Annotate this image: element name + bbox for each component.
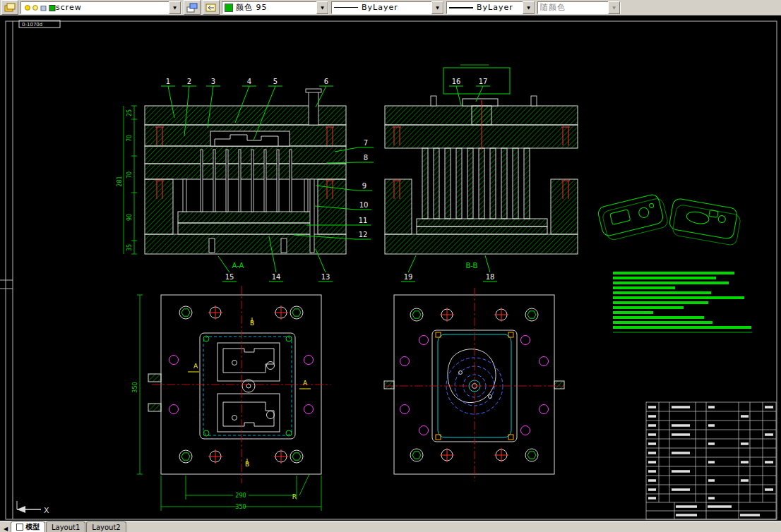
iso-part-1 [597, 193, 669, 242]
model-tab-icon [16, 524, 23, 531]
svg-text:18: 18 [486, 273, 495, 281]
section-marker-a-right: A [303, 380, 308, 387]
svg-text:3: 3 [211, 78, 215, 85]
balloon-17: 17 [476, 78, 490, 102]
plan-view-left: A A B B R 350 290 350 [132, 286, 330, 511]
dim-plan-height: 350 [132, 382, 138, 392]
section-marker-b-bottom: B [245, 461, 249, 468]
sheet-frame: 0-1070d [0, 20, 777, 519]
linetype-glyph [334, 7, 358, 8]
object-properties-toolbar: screw ▼ 颜色 95 ▼ ByLayer ▼ ByL [0, 0, 781, 16]
cad-application-window: screw ▼ 颜色 95 ▼ ByLayer ▼ ByL [0, 0, 781, 532]
svg-text:16: 16 [452, 78, 461, 85]
layer-combo-arrow-icon[interactable]: ▼ [169, 1, 181, 14]
dim-plan-inner-width: 290 [235, 492, 246, 499]
radius-marker: R [292, 493, 297, 500]
make-object-layer-current-button[interactable] [184, 0, 201, 15]
svg-text:5: 5 [273, 78, 278, 85]
title-block [646, 402, 776, 519]
plan-view-right [384, 288, 565, 481]
plotstyle-combo: 随颜色 ▼ [537, 1, 621, 14]
layer-previous-icon [205, 3, 217, 13]
lineweight-combo[interactable]: ByLayer ▼ [446, 1, 535, 14]
svg-text:11: 11 [359, 217, 368, 224]
svg-text:2: 2 [187, 78, 191, 85]
layers-icon [4, 3, 16, 13]
svg-text:8: 8 [364, 154, 368, 162]
layer-state-icons [23, 4, 56, 12]
dim-text: 70 [126, 171, 133, 179]
iso-part-2 [667, 198, 742, 246]
tab-scroll-left-icon[interactable]: ◀ [1, 526, 10, 532]
layer-name: screw [56, 3, 82, 12]
ucs-x-label: X [44, 506, 49, 515]
layer-previous-button[interactable] [203, 0, 220, 15]
dim-text-total: 281 [117, 176, 123, 186]
plotstyle-value: 随颜色 [540, 2, 566, 13]
section-label-bb: B-B [466, 262, 478, 270]
layer-lock-icon [41, 6, 46, 11]
dim-plan-width: 350 [235, 504, 246, 510]
color-swatch [225, 4, 233, 12]
layer-color-chip [49, 5, 55, 11]
technical-notes-text [613, 273, 752, 332]
layer-freeze-icon [33, 5, 38, 10]
layout-tabbar: ◀ 模型 Layout1 Layout2 [0, 521, 781, 532]
plotstyle-combo-arrow-icon: ▼ [608, 1, 620, 14]
svg-text:9: 9 [362, 182, 366, 190]
dim-text: 90 [126, 214, 133, 221]
isometric-part-views [597, 193, 742, 246]
layout1-tab-label: Layout1 [52, 524, 80, 531]
color-combo-arrow-icon[interactable]: ▼ [316, 1, 328, 14]
balloon-19: 19 [401, 255, 416, 282]
drawing-svg: 0-1070d [0, 16, 781, 521]
section-marker-a-left: A [193, 363, 198, 370]
lineweight-combo-arrow-icon[interactable]: ▼ [523, 1, 535, 14]
tab-layout1[interactable]: Layout1 [46, 521, 85, 532]
dim-text: 25 [126, 109, 133, 116]
drawing-canvas[interactable]: 0-1070d [0, 16, 781, 521]
dim-text: 70 [126, 135, 133, 142]
svg-text:10: 10 [359, 201, 369, 209]
layer-combo[interactable]: screw ▼ [20, 1, 181, 14]
color-combo[interactable]: 颜色 95 ▼ [222, 1, 329, 14]
svg-text:12: 12 [359, 231, 368, 238]
svg-text:7: 7 [364, 139, 368, 147]
layer-on-icon [25, 5, 30, 10]
linetype-value: ByLayer [362, 3, 398, 12]
lineweight-value: ByLayer [477, 3, 513, 12]
lineweight-glyph [449, 7, 473, 8]
svg-text:6: 6 [324, 78, 328, 85]
svg-text:15: 15 [225, 273, 234, 281]
section-marker-b-top: B [250, 320, 254, 327]
tab-layout2[interactable]: Layout2 [86, 521, 126, 532]
layer-properties-button[interactable] [1, 0, 18, 15]
layout2-tab-label: Layout2 [92, 524, 120, 531]
doc-label: 0-1070d [22, 22, 42, 28]
svg-text:17: 17 [479, 78, 488, 85]
section-view-bb [385, 65, 578, 254]
color-value: 颜色 95 [236, 2, 268, 13]
svg-text:4: 4 [247, 78, 251, 85]
linetype-combo-arrow-icon[interactable]: ▼ [431, 1, 443, 14]
tab-model[interactable]: 模型 [11, 521, 45, 532]
svg-text:19: 19 [404, 273, 413, 281]
balloon-18: 18 [483, 255, 497, 282]
section-label-aa: A-A [232, 262, 244, 270]
svg-text:1: 1 [166, 78, 170, 85]
section-view-aa [145, 89, 346, 254]
balloon-16: 16 [449, 78, 463, 105]
ucs-icon: X [17, 501, 49, 515]
svg-text:14: 14 [272, 273, 281, 281]
model-tab-label: 模型 [25, 522, 40, 532]
svg-text:13: 13 [321, 273, 330, 281]
dim-text: 35 [126, 244, 133, 251]
linetype-combo[interactable]: ByLayer ▼ [331, 1, 444, 14]
make-layer-current-icon [186, 3, 198, 13]
